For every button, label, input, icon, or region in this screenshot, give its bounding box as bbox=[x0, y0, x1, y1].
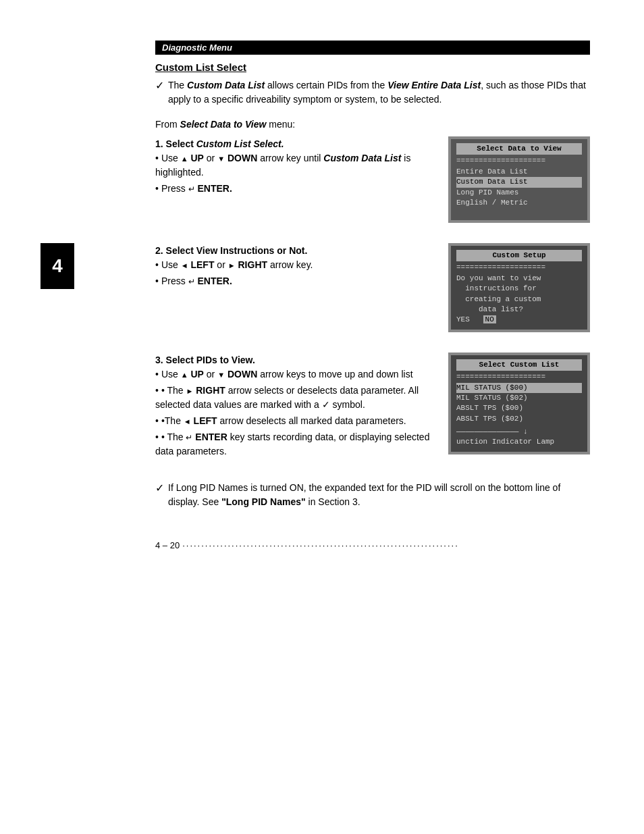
step-3-bullet-2: • The RIGHT arrow selects or deselects d… bbox=[155, 384, 435, 412]
step-3-container: 3. Select PIDs to View. Use UP or DOWN a… bbox=[155, 353, 590, 461]
custom-data-list-label: Custom Data List bbox=[187, 80, 265, 90]
step-3-bullets: Use UP or DOWN arrow keys to move up and… bbox=[155, 367, 435, 459]
step-1-number: 1. bbox=[155, 138, 163, 149]
checkmark-item-1: ✓ The Custom Data List allows certain PI… bbox=[155, 78, 590, 107]
step-3-text: 3. Select PIDs to View. Use UP or DOWN a… bbox=[155, 353, 435, 461]
diag-menu-label: Diagnostic Menu bbox=[162, 43, 232, 53]
screen-2-title: Custom Setup bbox=[456, 250, 582, 261]
screen-2-line-4: data list? bbox=[456, 305, 582, 315]
step-1-title: Select Custom List Select. bbox=[166, 138, 284, 149]
screen-1-title: Select Data to View bbox=[456, 143, 582, 155]
footer-dots: ········································… bbox=[182, 540, 590, 550]
screen-1-sep: ==================== bbox=[456, 156, 582, 166]
screen-1-line-3: Long PID Names bbox=[456, 188, 582, 198]
checkmark-text-2: If Long PID Names is turned ON, the expa… bbox=[168, 481, 590, 509]
from-text: From Select Data to View menu: bbox=[155, 119, 590, 130]
step-2-container: 2. Select View Instructions or Not. Use … bbox=[155, 243, 590, 332]
screen-3-line-6: unction Indicator Lamp bbox=[456, 437, 582, 447]
step-2-bullet-1: Use LEFT or RIGHT arrow key. bbox=[155, 258, 435, 272]
step-3-bullet-4: • The ENTER key starts recording data, o… bbox=[155, 430, 435, 459]
step-2-text: 2. Select View Instructions or Not. Use … bbox=[155, 243, 435, 290]
step-1-container: 1. Select Custom List Select. Use UP or … bbox=[155, 136, 590, 223]
main-content: Custom List Select ✓ The Custom Data Lis… bbox=[155, 61, 590, 554]
page-number: 4 – 20 bbox=[155, 540, 180, 550]
screen-2-line-3: creating a custom bbox=[456, 294, 582, 305]
step-3-title: Select PIDs to View. bbox=[166, 355, 255, 365]
diag-menu-bar: Diagnostic Menu bbox=[155, 41, 590, 55]
screen-2-mockup: Custom Setup ==================== Do you… bbox=[448, 243, 590, 332]
step-3-bullet-1: Use UP or DOWN arrow keys to move up and… bbox=[155, 367, 435, 382]
step-2-bullets: Use LEFT or RIGHT arrow key. Press ENTER… bbox=[155, 258, 435, 288]
section-tab: 4 bbox=[41, 243, 74, 289]
checkmark-icon-2: ✓ bbox=[155, 481, 164, 494]
screen-1-line-4: English / Metric bbox=[456, 198, 582, 208]
step-2-title: Select View Instructions or Not. bbox=[166, 245, 308, 256]
step-3-label: 3. Select PIDs to View. bbox=[155, 353, 435, 367]
checkmark-icon-1: ✓ bbox=[155, 79, 164, 92]
screen-2-inner: Custom Setup ==================== Do you… bbox=[451, 246, 587, 330]
step-1-bullet-1: Use UP or DOWN arrow key until Custom Da… bbox=[155, 151, 435, 180]
step-1-label: 1. Select Custom List Select. bbox=[155, 136, 435, 151]
step-2-bullet-2: Press ENTER. bbox=[155, 274, 435, 288]
step-1-bullets: Use UP or DOWN arrow key until Custom Da… bbox=[155, 151, 435, 196]
long-pid-names-label: "Long PID Names" bbox=[221, 496, 306, 507]
screen-1-line-2: Custom Data List bbox=[456, 177, 582, 187]
step-2-label: 2. Select View Instructions or Not. bbox=[155, 243, 435, 258]
screen-3-line-3: ABSLT TPS ($00) bbox=[456, 403, 582, 413]
view-entire-label: View Entire Data List bbox=[387, 80, 481, 90]
checkmark-text-1: The Custom Data List allows certain PIDs… bbox=[168, 78, 590, 107]
screen-2-line-2: instructions for bbox=[456, 284, 582, 294]
step-2-number: 2. bbox=[155, 245, 163, 256]
section-tab-number: 4 bbox=[52, 255, 63, 276]
screen-1-mockup: Select Data to View ====================… bbox=[448, 136, 590, 223]
checkmark-item-2: ✓ If Long PID Names is turned ON, the ex… bbox=[155, 481, 590, 509]
screen-3-inner: Select Custom List ==================== … bbox=[451, 355, 587, 452]
screen-3-mockup: Select Custom List ==================== … bbox=[448, 353, 590, 454]
step-1-bullet-2: Press ENTER. bbox=[155, 182, 435, 196]
screen-1-inner: Select Data to View ====================… bbox=[451, 139, 587, 220]
screen-3-title: Select Custom List bbox=[456, 359, 582, 371]
page-container: Diagnostic Menu Custom List Select ✓ The… bbox=[0, 0, 644, 834]
screen-2-sep: ==================== bbox=[456, 263, 582, 273]
step-3-number: 3. bbox=[155, 355, 166, 365]
select-data-to-view-label: Select Data to View bbox=[180, 119, 267, 130]
screen-1-line-1: Entire Data List bbox=[456, 167, 582, 177]
screen-3-line-1: MIL STATUS ($00) bbox=[456, 383, 582, 393]
step-1-text: 1. Select Custom List Select. Use UP or … bbox=[155, 136, 435, 198]
page-footer: 4 – 20 ·································… bbox=[155, 536, 590, 554]
step-3-bullet-3: •The LEFT arrow deselects all marked dat… bbox=[155, 414, 435, 428]
step-2-wrapper: 4 2. Select View Instructions or Not. Us… bbox=[155, 243, 590, 332]
section-heading: Custom List Select bbox=[155, 61, 590, 73]
screen-3-sep: ==================== bbox=[456, 372, 582, 382]
screen-2-line-1: Do you want to view bbox=[456, 273, 582, 284]
screen-2-line-5: YES NO bbox=[456, 315, 582, 325]
screen-3-line-4: ABSLT TPS ($02) bbox=[456, 414, 582, 424]
screen-3-line-5: ―――――――――――――― ↓ bbox=[456, 427, 582, 437]
screen-3-line-2: MIL STATUS ($02) bbox=[456, 393, 582, 403]
